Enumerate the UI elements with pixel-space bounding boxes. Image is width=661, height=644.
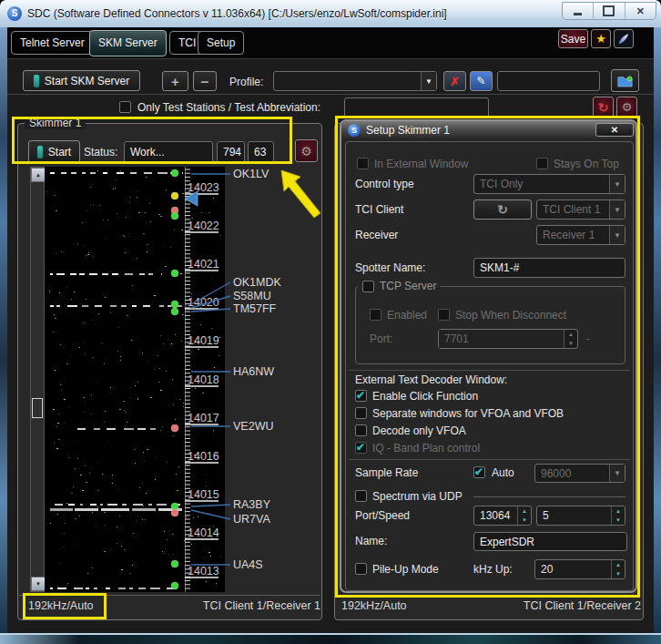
spots-count: 794	[223, 146, 241, 158]
iq-band-plan-checkbox[interactable]	[355, 442, 367, 454]
load-profile-button[interactable]	[611, 69, 639, 92]
spot-marker[interactable]	[171, 308, 178, 315]
star-icon: ★	[595, 32, 606, 46]
profile-select[interactable]: ▼	[273, 71, 437, 91]
khz-up-value: 20	[535, 560, 611, 578]
scroll-down-button[interactable]: ▼	[31, 577, 46, 591]
maximize-button[interactable]	[594, 3, 625, 19]
name-input[interactable]: ExpertSDR	[473, 532, 627, 551]
scroll-thumb[interactable]	[32, 398, 43, 418]
add-profile-button[interactable]: +	[162, 71, 188, 91]
toolbar-divider	[7, 94, 654, 95]
spot-marker[interactable]	[171, 509, 178, 516]
udp-port-spinner[interactable]: 13064 ▲▼	[473, 506, 532, 526]
spot-callsign[interactable]: UR7VA	[233, 513, 270, 526]
spot-callsign[interactable]: VE2WU	[233, 420, 273, 433]
udp-speed-spinner[interactable]: 5 ▲▼	[536, 506, 625, 526]
remove-profile-button[interactable]: −	[193, 71, 217, 91]
skimmer1-settings-button[interactable]: ⚙	[295, 139, 318, 162]
decoders-count: 63	[254, 146, 266, 158]
tci-reconnect-button[interactable]: ↻	[473, 199, 532, 220]
spot-callsign[interactable]: S58MU	[233, 290, 271, 302]
global-settings-button[interactable]: ⚙	[616, 97, 637, 118]
save-button[interactable]: Save	[558, 29, 588, 48]
only-test-stations-checkbox[interactable]	[119, 101, 131, 113]
spot-marker[interactable]	[171, 582, 178, 589]
close-button[interactable]: ✕	[625, 3, 656, 19]
enable-click-checkbox[interactable]	[355, 390, 367, 402]
start-skm-server-button[interactable]: Start SKM Server	[23, 70, 140, 91]
main-tabstrip: Telnet Server SKM Server TCI Setup	[7, 27, 654, 59]
spot-callsign[interactable]: TM57FF	[233, 302, 277, 315]
sample-rate-auto-checkbox[interactable]	[473, 466, 485, 478]
spot-marker[interactable]	[171, 169, 178, 177]
spot-callsign[interactable]: UA4S	[233, 558, 263, 571]
maximize-icon	[603, 5, 615, 16]
spectrum-udp-checkbox[interactable]	[355, 490, 367, 502]
spot-marker[interactable]	[171, 192, 178, 199]
receiver-select[interactable]: Receiver 1 ▼	[536, 225, 625, 245]
stays-on-top-checkbox[interactable]	[536, 158, 548, 169]
tcp-server-checkbox[interactable]	[362, 281, 374, 292]
tci-client-select[interactable]: TCI Client 1 ▼	[536, 199, 625, 220]
spot-callsign[interactable]: OK1MDK	[233, 276, 281, 289]
waterfall-scrollbar[interactable]: ▲ ▼	[30, 167, 45, 592]
spot-marker[interactable]	[171, 560, 178, 567]
spin-up-icon[interactable]: ▲	[612, 560, 625, 569]
khz-up-spinner[interactable]: 20 ▲▼	[534, 559, 625, 579]
in-external-window-checkbox[interactable]	[357, 158, 369, 169]
stays-on-top-label: Stays On Top	[554, 158, 619, 170]
spot-marker[interactable]	[171, 424, 178, 432]
sample-rate-select[interactable]: 96000 ▼	[534, 464, 625, 483]
tcp-enabled-checkbox[interactable]	[370, 309, 381, 321]
spot-marker[interactable]	[171, 301, 178, 308]
dialog-titlebar[interactable]: S Setup Skimmer 1 ✕	[341, 121, 636, 139]
scroll-up-button[interactable]: ▲	[31, 168, 46, 182]
spot-callsign[interactable]: OK1LV	[233, 168, 269, 180]
spot-marker[interactable]	[171, 270, 178, 277]
quill-icon	[617, 33, 630, 46]
stop-when-disconnect-checkbox[interactable]	[438, 309, 450, 321]
spin-up-icon[interactable]: ▲	[518, 506, 531, 516]
spin-down-icon[interactable]: ▼	[518, 516, 531, 525]
window-titlebar: S SDC (Software Defined Connectors v 11.…	[0, 0, 661, 28]
tab-skm-server[interactable]: SKM Server	[89, 30, 167, 56]
test-abbreviation-input[interactable]	[344, 97, 489, 118]
skimmer1-start-button[interactable]: Start	[28, 140, 80, 163]
edit-profile-button[interactable]: ✎	[470, 71, 493, 91]
spot-marker[interactable]	[171, 212, 178, 220]
receiver-label: Receiver	[355, 229, 398, 241]
tcp-port-spinner[interactable]: 7701 ▲▼	[438, 329, 578, 349]
sample-rate-value: 96000	[535, 465, 609, 482]
decode-only-vfoa-checkbox[interactable]	[355, 424, 367, 436]
spin-down-icon[interactable]: ▼	[612, 516, 625, 525]
quill-button[interactable]	[614, 29, 634, 48]
delete-profile-button[interactable]: ✗	[443, 71, 466, 91]
skimmer1-receiver-status: TCI Client 1/Receiver 1	[164, 599, 320, 612]
skimmer2-receiver-status: TCI Client 1/Receiver 2	[483, 599, 641, 612]
favorites-button[interactable]: ★	[591, 29, 611, 48]
tab-setup[interactable]: Setup	[198, 31, 244, 55]
reload-button[interactable]: ↻	[593, 97, 614, 118]
spin-down-icon[interactable]: ▼	[612, 569, 625, 578]
chevron-down-icon: ▼	[421, 72, 436, 90]
dialog-close-button[interactable]: ✕	[595, 123, 634, 137]
separate-windows-checkbox[interactable]	[355, 407, 367, 419]
close-icon: ✕	[636, 6, 645, 16]
minimize-button[interactable]	[563, 3, 594, 19]
frequency-scale-and-spots: 1402314022140211402014019140181401714016…	[45, 167, 322, 592]
window-frame-bottom	[0, 633, 661, 644]
spot-callsign[interactable]: HA6NW	[233, 365, 274, 378]
start-skm-server-label: Start SKM Server	[45, 75, 129, 87]
skimmer1-samplerate-status: 192kHz/Auto	[28, 599, 94, 612]
spotter-name-input[interactable]: SKM1-#	[473, 258, 625, 278]
tab-telnet-server[interactable]: Telnet Server	[11, 31, 94, 55]
pileup-mode-checkbox[interactable]	[355, 563, 367, 575]
control-type-select[interactable]: TCI Only ▼	[473, 174, 625, 194]
status-value: Work...	[130, 146, 165, 158]
profile-name-input[interactable]	[497, 71, 600, 91]
spin-down-icon[interactable]: ▼	[564, 339, 577, 348]
spin-up-icon[interactable]: ▲	[612, 506, 625, 516]
spin-up-icon[interactable]: ▲	[564, 330, 577, 339]
spot-callsign[interactable]: RA3BY	[233, 498, 271, 511]
